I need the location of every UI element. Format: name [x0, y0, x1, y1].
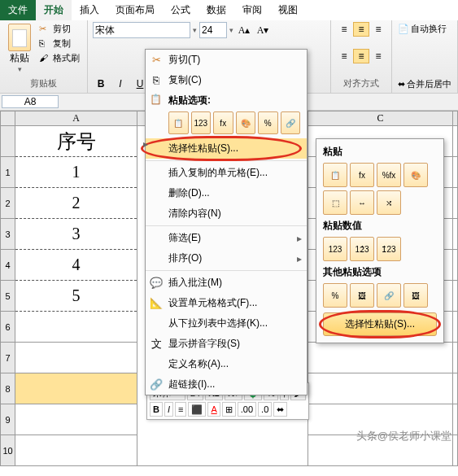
- mini-fill[interactable]: ⬛: [188, 402, 206, 417]
- ctx-pinyin[interactable]: 文显示拼音字段(S): [146, 334, 307, 354]
- row-header[interactable]: 1: [1, 157, 15, 188]
- ctx-define-name[interactable]: 定义名称(A)...: [146, 354, 307, 374]
- format-painter-button[interactable]: 🖌格式刷: [37, 51, 82, 65]
- cell[interactable]: [15, 435, 137, 466]
- align-right-button[interactable]: ≡: [370, 49, 386, 63]
- paste-link-button[interactable]: 🔗: [281, 111, 301, 134]
- align-top-button[interactable]: ≡: [336, 22, 352, 37]
- ctx-cut[interactable]: ✂剪切(T): [146, 50, 307, 70]
- mini-dec-inc[interactable]: .00: [238, 402, 256, 417]
- cell[interactable]: 3: [15, 219, 137, 250]
- cut-button[interactable]: ✂剪切: [37, 22, 82, 36]
- ctx-paste-options-label: 📋粘贴选项:: [146, 90, 307, 109]
- col-header-c[interactable]: C: [308, 111, 453, 126]
- sub-paste-linkpic[interactable]: 🖼: [403, 283, 428, 308]
- sub-paste-all[interactable]: 📋: [323, 163, 347, 187]
- row-header[interactable]: 8: [1, 373, 15, 404]
- tab-file[interactable]: 文件: [0, 0, 36, 20]
- row-header[interactable]: 4: [1, 250, 15, 281]
- align-center-button[interactable]: ≡: [353, 49, 369, 63]
- col-header-a[interactable]: A: [15, 111, 137, 126]
- mini-italic[interactable]: I: [164, 402, 173, 417]
- row-header[interactable]: 2: [1, 188, 15, 219]
- cell[interactable]: [15, 343, 137, 373]
- name-box[interactable]: [2, 95, 59, 108]
- sub-paste-val1[interactable]: 123: [323, 237, 347, 261]
- sub-paste-fx[interactable]: fx: [350, 163, 374, 187]
- submenu-values-header: 粘贴数值: [320, 216, 440, 235]
- shrink-font-button[interactable]: A▾: [255, 23, 271, 37]
- ctx-delete[interactable]: 删除(D)...: [146, 183, 307, 203]
- paste-all-button[interactable]: 📋: [168, 111, 189, 134]
- sub-paste-link[interactable]: 🔗: [377, 283, 401, 308]
- tab-insert[interactable]: 插入: [72, 0, 107, 20]
- cell[interactable]: 4: [15, 250, 137, 281]
- ctx-clear[interactable]: 清除内容(N): [146, 203, 307, 224]
- mini-align[interactable]: ≡: [175, 402, 186, 417]
- paste-values-button[interactable]: 123: [191, 111, 212, 134]
- ctx-insert-cells[interactable]: 插入复制的单元格(E)...: [146, 163, 307, 183]
- paste-percent-button[interactable]: %: [258, 111, 278, 134]
- clipboard-icon: 📋: [150, 94, 162, 105]
- paste-formatting-button[interactable]: 🎨: [236, 111, 256, 134]
- row-header[interactable]: 9: [1, 404, 15, 435]
- sub-paste-val2[interactable]: 12̂3: [350, 237, 374, 261]
- tab-view[interactable]: 视图: [270, 0, 306, 20]
- paste-button[interactable]: 粘贴 ▾: [5, 22, 34, 75]
- sub-paste-special-button[interactable]: 选择性粘贴(S)...: [323, 312, 437, 336]
- tab-data[interactable]: 数据: [198, 0, 234, 20]
- ctx-hyperlink[interactable]: 🔗超链接(I)...: [146, 374, 307, 395]
- align-left-button[interactable]: ≡: [336, 49, 352, 63]
- font-name-combo[interactable]: [93, 22, 190, 38]
- ctx-paste-special[interactable]: 选择性粘贴(S)...: [146, 138, 307, 159]
- sub-paste-pic[interactable]: 🖼: [350, 283, 374, 308]
- paste-formulas-button[interactable]: fx: [213, 111, 233, 134]
- mini-bold[interactable]: B: [150, 402, 163, 417]
- bold-button[interactable]: B: [93, 76, 109, 91]
- tab-home[interactable]: 开始: [36, 0, 72, 20]
- cell[interactable]: 5: [15, 281, 137, 312]
- merge-center-button[interactable]: ⬌合并后居中: [397, 77, 452, 91]
- cell-active[interactable]: [15, 373, 137, 404]
- mini-merge[interactable]: ⬌: [273, 402, 287, 417]
- row-header[interactable]: 6: [1, 312, 15, 343]
- sub-paste-val3[interactable]: 1̂23: [377, 237, 401, 261]
- ctx-copy[interactable]: ⎘复制(C): [146, 70, 307, 90]
- ctx-sort[interactable]: 排序(O): [146, 248, 307, 269]
- sub-paste-width[interactable]: ↔: [350, 190, 374, 215]
- cell[interactable]: [15, 404, 137, 435]
- link-icon: 🔗: [150, 378, 163, 391]
- ctx-dropdown-list[interactable]: 从下拉列表中选择(K)...: [146, 313, 307, 334]
- mini-dec-dec[interactable]: .0: [258, 402, 272, 417]
- sub-paste-transpose[interactable]: ⤭: [377, 190, 401, 215]
- grow-font-button[interactable]: A▴: [236, 23, 252, 37]
- wrap-text-button[interactable]: 📄自动换行: [397, 22, 452, 36]
- cell[interactable]: [15, 312, 137, 343]
- cell[interactable]: 2: [15, 188, 137, 219]
- copy-icon: ⎘: [150, 74, 163, 87]
- align-bottom-button[interactable]: ≡: [370, 22, 386, 37]
- italic-button[interactable]: I: [112, 76, 129, 91]
- cell[interactable]: 1: [15, 157, 137, 188]
- tab-formula[interactable]: 公式: [163, 0, 198, 20]
- tab-review[interactable]: 审阅: [234, 0, 270, 20]
- font-size-combo[interactable]: [199, 22, 227, 38]
- row-header[interactable]: 5: [1, 281, 15, 312]
- align-middle-button[interactable]: ≡: [353, 22, 369, 37]
- tab-layout[interactable]: 页面布局: [107, 0, 163, 20]
- sub-paste-format[interactable]: 🎨: [403, 163, 428, 187]
- copy-button[interactable]: ⎘复制: [37, 37, 82, 50]
- cell-header[interactable]: 序号: [15, 126, 137, 157]
- row-header[interactable]: 7: [1, 343, 15, 373]
- watermark: 头条@侯老师小课堂: [356, 429, 451, 443]
- sub-paste-pctfx[interactable]: %fx: [377, 163, 401, 187]
- row-header[interactable]: 3: [1, 219, 15, 250]
- sub-paste-pct[interactable]: %: [323, 283, 347, 308]
- row-header[interactable]: 10: [1, 435, 15, 466]
- mini-border[interactable]: ⊞: [222, 402, 236, 417]
- mini-fontcolor[interactable]: A: [207, 402, 220, 417]
- ctx-comment[interactable]: 💬插入批注(M): [146, 273, 307, 293]
- sub-paste-noborder[interactable]: ⬚: [323, 190, 347, 215]
- ctx-filter[interactable]: 筛选(E): [146, 228, 307, 248]
- ctx-format-cells[interactable]: 📐设置单元格格式(F)...: [146, 293, 307, 313]
